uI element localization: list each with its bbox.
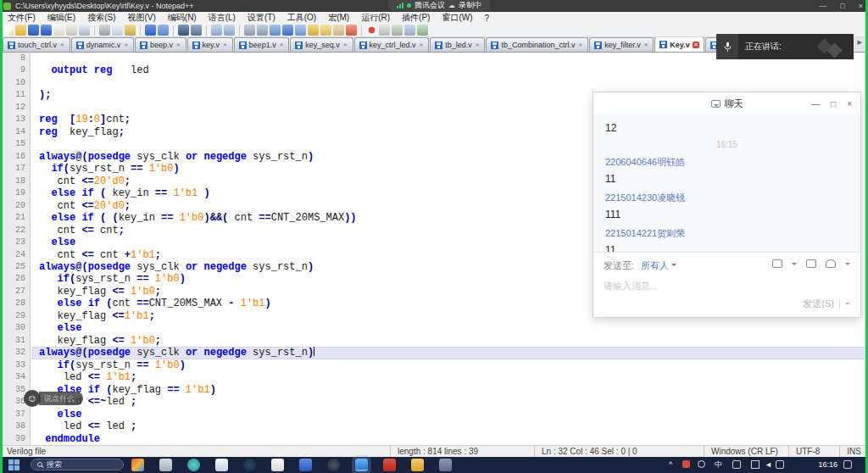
play-macro-icon[interactable] — [392, 25, 403, 36]
menu-item[interactable]: 搜索(S) — [81, 12, 121, 24]
menu-item[interactable]: 编码(N) — [162, 12, 203, 24]
chevron-down-icon[interactable] — [845, 263, 850, 268]
tab-tb_Combination_ctrl.v[interactable]: tb_Combination_ctrl.v× — [486, 37, 588, 52]
save-icon[interactable] — [28, 25, 39, 36]
redo-icon[interactable] — [158, 25, 169, 36]
tab-close-icon[interactable]: × — [475, 42, 481, 48]
maximize-button[interactable]: □ — [840, 2, 844, 10]
word-wrap-icon[interactable] — [270, 25, 281, 36]
screenshot-icon[interactable] — [806, 259, 816, 268]
record-macro-icon[interactable] — [366, 25, 377, 36]
save-all-icon[interactable] — [41, 25, 52, 36]
tray-display-icon[interactable] — [751, 460, 760, 469]
send-to-dropdown[interactable]: 所有人 — [641, 259, 669, 272]
tab-close-icon[interactable]: × — [577, 42, 583, 48]
chat-close-button[interactable]: × — [847, 99, 852, 109]
chat-header[interactable]: 聊天 — □ × — [593, 92, 860, 114]
tray-volume-icon[interactable]: ◄ — [765, 459, 772, 470]
menu-item[interactable]: 窗口(W) — [436, 12, 478, 24]
tab-close-icon[interactable]: × — [643, 42, 649, 48]
menu-item[interactable]: 插件(P) — [396, 12, 436, 24]
mention-person-icon[interactable] — [826, 259, 836, 268]
print-icon[interactable] — [79, 25, 90, 36]
chat-message-input[interactable]: 请输入消息... — [604, 280, 850, 292]
tab-close-icon[interactable]: × — [693, 42, 700, 48]
tab-key_filter.v[interactable]: key_filter.v× — [589, 37, 654, 52]
ime-mode-icon[interactable] — [732, 460, 741, 469]
taskbar-app-browser[interactable] — [187, 459, 200, 471]
chat-minimize-button[interactable]: — — [811, 99, 820, 109]
tab-close-icon[interactable]: × — [59, 42, 65, 48]
menu-item[interactable]: 编辑(E) — [42, 12, 81, 24]
run-macro-multi-icon[interactable] — [417, 25, 428, 36]
ime-language-indicator[interactable]: 中 — [715, 459, 722, 470]
menu-item[interactable]: 工具(O) — [281, 12, 322, 24]
save-macro-icon[interactable] — [404, 25, 415, 36]
send-options-caret-icon[interactable] — [845, 303, 850, 308]
emoji-face-icon[interactable]: ☺ — [24, 390, 41, 407]
status-insert-mode[interactable]: INS — [839, 446, 868, 457]
undo-icon[interactable] — [145, 25, 156, 36]
chevron-down-icon[interactable] — [792, 263, 797, 268]
taskbar-app-dark-sphere[interactable] — [327, 459, 340, 471]
tab-beep1.v[interactable]: beep1.v× — [234, 37, 290, 52]
menu-item[interactable]: 运行(R) — [355, 12, 396, 24]
function-list-icon[interactable] — [308, 25, 319, 36]
tab-Key.v[interactable]: Key.v× — [654, 37, 704, 52]
folder-icon[interactable] — [772, 259, 782, 268]
tab-close-icon[interactable]: × — [123, 42, 129, 48]
menu-item[interactable]: 语言(L) — [203, 12, 242, 24]
chat-message-list[interactable]: 1216:152206040646明钰皓112215014230凌晓锐11122… — [593, 114, 860, 252]
tab-key_seq.v[interactable]: key_seq.v× — [290, 37, 353, 52]
cut-icon[interactable] — [99, 25, 110, 36]
meeting-status-pill[interactable]: 腾讯会议 ☁ 录制中 — [388, 0, 490, 11]
indent-guide-icon[interactable] — [295, 25, 306, 36]
taskbar-app-explorer[interactable] — [411, 459, 424, 471]
tab-close-icon[interactable]: × — [419, 42, 425, 48]
zoom-out-icon[interactable] — [224, 25, 235, 36]
monitor-icon[interactable] — [346, 25, 357, 36]
menu-item[interactable]: 文件(F) — [2, 12, 42, 24]
tab-beep.v[interactable]: beep.v× — [135, 37, 186, 52]
menu-item[interactable]: 视图(V) — [121, 12, 161, 24]
tray-red-app-icon[interactable] — [682, 460, 690, 468]
doc-map-icon[interactable] — [320, 25, 331, 36]
tray-bell-icon[interactable] — [698, 460, 705, 468]
chat-maximize-button[interactable]: □ — [831, 99, 836, 109]
close-button[interactable]: × — [859, 2, 863, 10]
tab-key_ctrl_led.v[interactable]: key_ctrl_led.v× — [354, 37, 430, 52]
find-icon[interactable] — [178, 25, 189, 36]
tab-dynamic.v[interactable]: dynamic.v× — [71, 37, 134, 52]
copy-icon[interactable] — [112, 25, 123, 36]
menu-item[interactable]: 设置(T) — [242, 12, 281, 24]
close-all-docs-icon[interactable] — [66, 25, 77, 36]
paste-icon[interactable] — [125, 25, 136, 36]
tab-tb_led.v[interactable]: tb_led.v× — [430, 37, 485, 52]
tab-close-icon[interactable]: × — [342, 42, 348, 48]
danmaku-input-overlay[interactable]: ☺ 说点什么 ‹ — [24, 390, 88, 407]
notification-center-icon[interactable] — [843, 460, 852, 469]
taskbar-app-dell[interactable] — [243, 459, 256, 471]
taskbar-app-document[interactable] — [159, 459, 172, 471]
tab-close-icon[interactable]: × — [175, 42, 181, 48]
minimize-button[interactable]: — — [819, 2, 826, 10]
windows-start-button[interactable] — [8, 459, 19, 470]
danmaku-placeholder[interactable]: 说点什么 — [39, 392, 83, 405]
status-eol-format[interactable]: Windows (CR LF) — [704, 446, 788, 457]
taskbar-search-input[interactable]: 搜索 — [31, 459, 124, 470]
taskbar-app-red[interactable] — [383, 459, 396, 471]
close-doc-icon[interactable] — [53, 25, 64, 36]
taskbar-app-mail[interactable] — [215, 459, 228, 471]
taskbar-app-shield[interactable] — [299, 459, 312, 471]
status-encoding[interactable]: UTF-8 — [788, 446, 839, 457]
clock[interactable]: 16:16 — [818, 460, 837, 469]
sync-scroll-v-icon[interactable] — [244, 25, 255, 36]
collapse-arrow-icon[interactable]: ‹ — [86, 395, 88, 403]
tab-key.v[interactable]: key.v× — [187, 37, 233, 52]
open-folder-icon[interactable] — [15, 25, 26, 36]
menu-item[interactable]: ? — [479, 14, 496, 23]
tray-network-icon[interactable] — [776, 460, 784, 469]
taskbar-app-wps[interactable] — [271, 459, 284, 471]
tab-touch_ctrl.v[interactable]: touch_ctrl.v× — [3, 37, 70, 52]
taskbar-app-tencent-meeting[interactable] — [355, 459, 368, 471]
